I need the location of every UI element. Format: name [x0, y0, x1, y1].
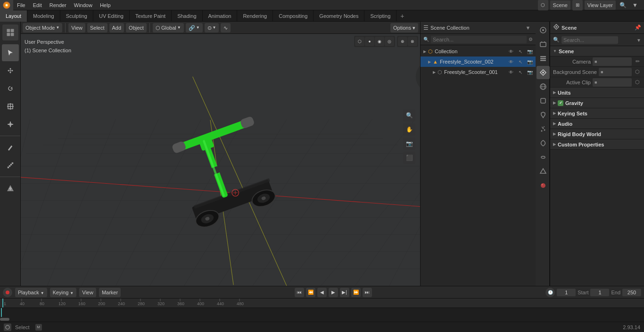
outliner-settings-btn[interactable]: ⚙ — [528, 37, 533, 42]
outliner-filter-btn[interactable]: ▼ — [523, 23, 533, 32]
prop-tab-output[interactable] — [537, 38, 550, 51]
tab-sculpting[interactable]: Sculpting — [60, 10, 93, 22]
timeline-scrollbar[interactable] — [0, 317, 644, 322]
restrict-select-icon[interactable]: ↖ — [517, 48, 524, 55]
viewport-zoom-in[interactable]: 🔍 — [403, 109, 415, 121]
prop-section-rigid-body[interactable]: ▶ Rigid Body World — [550, 129, 644, 139]
properties-pin-btn[interactable]: 📌 — [635, 24, 641, 31]
view-menu-timeline[interactable]: View — [79, 288, 96, 297]
prop-section-keying[interactable]: ▶ Keying Sets — [550, 108, 644, 119]
status-select-icon[interactable]: M — [35, 324, 42, 331]
restrict-render-icon[interactable]: 📷 — [526, 48, 534, 55]
record-button[interactable] — [3, 288, 12, 297]
start-frame-input[interactable] — [590, 289, 609, 296]
prop-tab-modifiers[interactable] — [537, 108, 550, 121]
item-002-render-icon[interactable]: 📷 — [526, 58, 534, 65]
xray-toggle[interactable]: ⊗ — [408, 37, 417, 46]
jump-start-btn[interactable]: ⏮ — [295, 288, 304, 297]
select-menu[interactable]: Select — [87, 23, 107, 32]
bg-scene-value[interactable]: ■ — [599, 68, 632, 76]
prop-section-audio[interactable]: ▶ Audio — [550, 119, 644, 129]
status-mode-icon[interactable] — [4, 324, 11, 331]
rendered-view[interactable]: ◎ — [385, 37, 394, 46]
prop-tab-physics[interactable] — [537, 137, 550, 150]
prop-tab-view-layer[interactable] — [537, 52, 550, 65]
tab-shading[interactable]: Shading — [172, 10, 202, 22]
filter-icon[interactable]: ▼ — [630, 0, 640, 10]
timeline-track-area[interactable] — [0, 308, 644, 317]
prop-tab-object[interactable] — [537, 94, 550, 107]
transform-orientation[interactable]: ⬡ Global ▼ — [153, 23, 184, 32]
tool-move[interactable] — [2, 62, 19, 79]
play-btn[interactable]: ▶ — [329, 288, 338, 297]
bg-scene-picker-btn[interactable]: ⬡ — [634, 68, 641, 76]
tab-layout[interactable]: Layout — [0, 10, 27, 22]
outliner-item-scooter-002[interactable]: ▶ ▲ Freestyle_Scooter_002 👁 ↖ 📷 — [421, 57, 536, 67]
tool-transform[interactable] — [2, 116, 19, 133]
prop-section-gravity[interactable]: ▶ Gravity — [550, 98, 644, 108]
viewport-3d[interactable]: X Y Z — [21, 34, 420, 286]
prop-tab-data[interactable] — [537, 165, 550, 178]
playback-menu[interactable]: Playback ▼ — [15, 288, 47, 297]
add-menu[interactable]: Add — [109, 23, 124, 32]
next-keyframe-btn[interactable]: ⏩ — [351, 288, 361, 297]
active-clip-value[interactable]: ■ — [593, 78, 632, 87]
tab-texture-paint[interactable]: Texture Paint — [130, 10, 172, 22]
current-frame-input[interactable]: 1 — [557, 289, 576, 296]
menu-help[interactable]: Help — [96, 0, 115, 10]
view-menu[interactable]: View — [68, 23, 85, 32]
tab-rendering[interactable]: Rendering — [237, 10, 273, 22]
keying-menu[interactable]: Keying ▼ — [50, 288, 77, 297]
app-logo[interactable] — [0, 0, 13, 10]
view-layer-name[interactable]: View Layer — [585, 0, 616, 10]
camera-value[interactable]: ■ — [593, 57, 632, 66]
tab-compositing[interactable]: Compositing — [273, 10, 314, 22]
object-menu[interactable]: Object — [126, 23, 147, 32]
step-forward-btn[interactable]: ▶| — [340, 288, 349, 297]
tool-annotate[interactable] — [2, 139, 19, 156]
properties-search-input[interactable] — [561, 36, 618, 44]
tool-measure[interactable] — [2, 157, 19, 174]
item-002-view-icon[interactable]: 👁 — [507, 58, 515, 65]
view-layer-icon[interactable]: ⊞ — [572, 0, 583, 10]
add-workspace-button[interactable]: + — [396, 10, 408, 22]
prop-section-custom-props[interactable]: ▶ Custom Properties — [550, 139, 644, 150]
object-mode-dropdown[interactable]: Object Mode ▼ — [23, 23, 62, 32]
options-button[interactable]: Options ▾ — [390, 23, 418, 32]
proportional-editing[interactable]: ⊙ ▼ — [205, 23, 219, 32]
ruler-area[interactable]: 1 40 80 120 160 200 240 2 — [2, 299, 644, 308]
mode-selector[interactable] — [1, 24, 19, 41]
prop-section-scene[interactable]: ▼ Scene — [550, 46, 644, 57]
solid-shading[interactable]: ● — [365, 37, 374, 46]
gravity-checkbox[interactable] — [558, 100, 563, 106]
properties-filter-btn[interactable]: ▼ — [636, 37, 641, 43]
tool-scale[interactable] — [2, 98, 19, 115]
outliner-search-input[interactable] — [431, 36, 527, 43]
scrollbar-thumb[interactable] — [0, 318, 9, 321]
prop-tab-scene[interactable] — [537, 66, 550, 79]
marker-menu[interactable]: Marker — [99, 288, 121, 297]
viewport-render-mode[interactable]: ⬛ — [403, 152, 415, 164]
frame-clock-icon[interactable]: 🕐 — [545, 288, 555, 297]
search-icon[interactable]: 🔍 — [618, 0, 628, 10]
prop-section-units[interactable]: ▶ Units — [550, 88, 644, 98]
prop-tab-render[interactable] — [537, 24, 550, 37]
prop-tab-constraints[interactable] — [537, 151, 550, 164]
step-back-btn[interactable]: ◀ — [317, 288, 327, 297]
viewport-pan[interactable]: ✋ — [403, 123, 415, 136]
tab-scripting[interactable]: Scripting — [364, 10, 396, 22]
menu-edit[interactable]: Edit — [29, 0, 46, 10]
jump-end-btn[interactable]: ⏭ — [363, 288, 372, 297]
tool-cursor[interactable] — [2, 44, 19, 61]
tab-animation[interactable]: Animation — [203, 10, 238, 22]
restrict-view-icon[interactable]: 👁 — [507, 48, 515, 55]
wireframe-toggle[interactable]: ⬡ — [355, 37, 364, 46]
camera-edit-btn[interactable]: ✏ — [634, 58, 641, 65]
snap-toggle[interactable]: 🔗 ▼ — [186, 23, 203, 32]
tab-uv-editing[interactable]: UV Editing — [93, 10, 130, 22]
tab-geometry-nodes[interactable]: Geometry Nodes — [314, 10, 364, 22]
tool-rotate[interactable] — [2, 80, 19, 97]
menu-file[interactable]: File — [13, 0, 29, 10]
overlay-toggle[interactable]: ⊕ — [398, 37, 407, 46]
prop-tab-material[interactable] — [537, 179, 550, 192]
